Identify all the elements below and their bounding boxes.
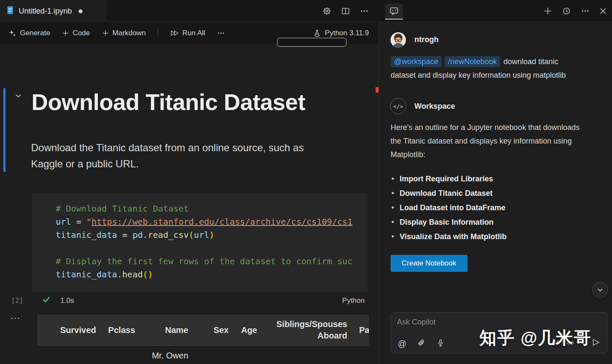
assistant-intro-text: Here's an outline for a Jupyter notebook… xyxy=(391,121,584,161)
copilot-chat-toggle[interactable] xyxy=(385,3,403,20)
execution-duration: 1.0s xyxy=(60,296,74,305)
markdown-paragraph: Download the Titanic dataset from an onl… xyxy=(31,140,329,172)
plus-icon xyxy=(62,30,69,37)
chevron-down-icon xyxy=(596,286,604,294)
plus-icon xyxy=(102,30,109,37)
toolbar-more-actions-button[interactable] xyxy=(217,29,225,37)
new-chat-button[interactable] xyxy=(541,4,555,18)
run-all-label: Run All xyxy=(182,29,205,37)
chat-history-button[interactable] xyxy=(559,4,574,18)
column-header: Name xyxy=(140,315,193,346)
toolbar-divider xyxy=(158,29,158,37)
workspace-agent-icon: </> xyxy=(390,98,406,114)
outline-item-label: Visualize Data with Matplotlib xyxy=(400,232,507,241)
execution-count: [2] xyxy=(11,296,23,305)
copilot-chat-panel: ntrogh @workspace /newNotebook download … xyxy=(378,22,612,364)
add-markdown-cell-button[interactable]: Markdown xyxy=(102,29,146,37)
table-cell: 1 xyxy=(262,346,352,364)
bullet-dot: • xyxy=(391,217,394,227)
sparkle-icon xyxy=(8,29,16,37)
user-message-text-line1: download titanic xyxy=(503,57,558,66)
generate-button[interactable]: Generate xyxy=(8,29,50,37)
output-table: SurvivedPclassNameSexAgeSiblings/Spouses… xyxy=(37,315,369,364)
new-notebook-chip[interactable]: /newNotebook xyxy=(445,56,500,67)
column-header: Age xyxy=(234,315,262,346)
code-cell-editor[interactable]: # Download Titanic Dataseturl = "https:/… xyxy=(32,193,368,292)
add-code-label: Code xyxy=(73,29,90,37)
code-line: url = "https://web.stanford.edu/class/ar… xyxy=(56,215,364,229)
column-header xyxy=(37,315,50,346)
code-line: # Display the first few rows of the data… xyxy=(56,255,364,268)
send-button[interactable] xyxy=(592,338,600,348)
outline-item-label: Load Dataset into DataFrame xyxy=(400,203,505,212)
bullet-dot: • xyxy=(391,189,394,198)
cell-more-actions[interactable]: ⋯ xyxy=(10,312,21,324)
active-cell-focus-bar xyxy=(3,88,6,172)
run-all-icon xyxy=(170,29,178,37)
outline-item: •Import Required Libraries xyxy=(391,174,595,183)
panel-more-actions-button[interactable] xyxy=(578,4,592,18)
table-row: 003Mr. Owen Harris Braundmale22.01 xyxy=(37,346,369,364)
code-line: titanic_data = pd.read_csv(url) xyxy=(56,229,364,242)
outline-item: •Display Basic Information xyxy=(391,217,595,227)
markdown-heading: Download Titanic Dataset xyxy=(31,89,305,115)
code-line: titanic_data.head() xyxy=(56,268,364,281)
close-icon xyxy=(599,7,607,15)
cell-language-label[interactable]: Python xyxy=(337,296,365,305)
code-line xyxy=(56,242,364,255)
kernel-beaker-icon xyxy=(313,29,321,37)
send-icon xyxy=(592,338,600,347)
bullet-dot: • xyxy=(391,232,394,241)
outline-item: •Download Titanic Dataset xyxy=(391,189,595,198)
split-editor-icon xyxy=(341,7,350,15)
scroll-to-bottom-button[interactable] xyxy=(592,282,608,298)
mention-icon[interactable]: @ xyxy=(398,339,406,349)
add-markdown-label: Markdown xyxy=(113,29,146,37)
tab-file-name: Untitled-1.ipynb xyxy=(19,7,72,16)
split-editor-button[interactable] xyxy=(338,4,353,18)
generate-label: Generate xyxy=(20,29,50,37)
gear-icon xyxy=(323,7,331,15)
table-cell: 22.0 xyxy=(234,346,262,364)
title-bar: Untitled-1.ipynb xyxy=(0,0,612,22)
ellipsis-icon xyxy=(581,7,589,15)
collapse-cell-button[interactable] xyxy=(14,92,22,102)
unsaved-changes-dot xyxy=(79,9,82,13)
voice-input-button[interactable] xyxy=(436,339,445,349)
vscode-window: Untitled-1.ipynb Gene xyxy=(0,0,612,364)
kernel-popup-outline xyxy=(277,38,346,47)
close-panel-button[interactable] xyxy=(596,4,610,18)
table-cell: 3 xyxy=(101,346,140,364)
notebook-editor: Download Titanic Dataset Download the Ti… xyxy=(0,44,378,364)
copilot-chat-icon xyxy=(389,6,399,16)
overview-ruler-marker[interactable] xyxy=(376,87,379,93)
microphone-icon xyxy=(436,339,445,347)
user-name: ntrogh xyxy=(414,35,439,44)
outline-item: •Load Dataset into DataFrame xyxy=(391,203,595,212)
chat-input-placeholder: Ask Copilot xyxy=(397,318,436,327)
plus-icon xyxy=(544,7,552,15)
chevron-down-icon xyxy=(14,92,22,100)
editor-tab[interactable]: Untitled-1.ipynb xyxy=(0,0,107,22)
assistant-name: Workspace xyxy=(414,102,455,111)
attach-context-button[interactable] xyxy=(417,339,425,349)
settings-gear-button[interactable] xyxy=(320,4,334,18)
outline-item-label: Display Basic Information xyxy=(400,217,493,227)
run-all-button[interactable]: Run All xyxy=(170,29,205,37)
workspace-chip[interactable]: @workspace xyxy=(391,56,442,67)
notebook-file-icon xyxy=(6,6,14,17)
bullet-dot: • xyxy=(391,174,394,183)
kernel-picker-button[interactable]: Python 3.11.9 xyxy=(313,29,369,37)
cell-output-area: SurvivedPclassNameSexAgeSiblings/Spouses… xyxy=(37,315,369,364)
create-notebook-button[interactable]: Create Notebook xyxy=(391,255,468,272)
add-code-cell-button[interactable]: Code xyxy=(62,29,90,37)
ellipsis-icon xyxy=(217,29,225,37)
outline-item: •Visualize Data with Matplotlib xyxy=(391,232,595,241)
user-message: @workspace /newNotebook download titanic… xyxy=(391,55,605,82)
column-header: Siblings/Spouses Aboard xyxy=(262,315,352,346)
table-cell: 0 xyxy=(37,346,50,364)
bullet-dot: • xyxy=(391,203,394,212)
editor-more-actions-button[interactable] xyxy=(357,4,371,18)
kernel-label: Python 3.11.9 xyxy=(325,29,369,37)
history-clock-icon xyxy=(562,7,571,15)
